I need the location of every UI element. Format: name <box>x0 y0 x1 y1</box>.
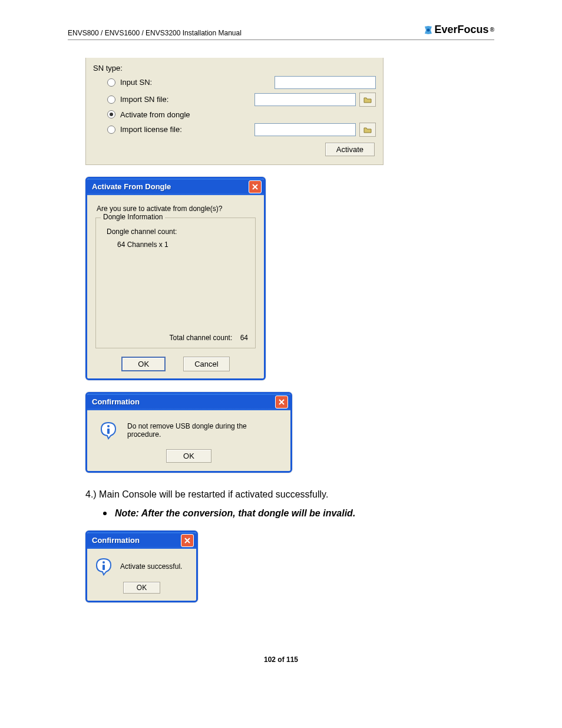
ok-button[interactable]: OK <box>123 582 160 594</box>
svg-rect-4 <box>103 565 105 570</box>
dongle-channel-count-value: 64 Channels x 1 <box>117 241 248 249</box>
confirmation-message: Do not remove USB dongle during the proc… <box>127 422 282 439</box>
browse-sn-file-button[interactable] <box>359 93 376 107</box>
header-doc-title: ENVS800 / ENVS1600 / ENVS3200 Installati… <box>68 29 242 37</box>
import-sn-file-field[interactable] <box>254 93 356 106</box>
radio-activate-from-dongle[interactable] <box>107 110 115 118</box>
activate-from-dongle-dialog: Activate From Dongle Are you sure to act… <box>85 177 266 380</box>
dongle-info-group-title: Dongle Information <box>101 213 165 221</box>
close-button[interactable] <box>181 534 194 547</box>
note-text: Note: After the conversion, that dongle … <box>115 508 355 519</box>
svg-point-3 <box>103 561 105 564</box>
brand-mark: ® <box>490 27 494 33</box>
activate-button[interactable]: Activate <box>325 143 375 156</box>
sn-type-panel: SN type: Input SN: Import SN file: Activ… <box>85 58 384 165</box>
radio-import-license-file-label: Import license file: <box>120 125 182 134</box>
dialog-title: Confirmation <box>92 536 140 545</box>
input-sn-field[interactable] <box>275 76 376 89</box>
radio-import-sn-file[interactable] <box>107 95 115 104</box>
sn-type-label: SN type: <box>93 64 376 73</box>
bullet-icon <box>103 512 107 515</box>
ok-button[interactable]: OK <box>121 357 166 371</box>
total-channel-count-value: 64 <box>240 334 248 342</box>
confirmation-dialog-usb: Confirmation Do not remove USB dongle du… <box>85 392 292 473</box>
ok-button[interactable]: OK <box>166 449 211 463</box>
dialog-title: Activate From Dongle <box>92 182 171 191</box>
info-icon <box>94 557 113 576</box>
radio-input-sn[interactable] <box>107 78 115 87</box>
folder-icon <box>363 96 372 103</box>
browse-license-file-button[interactable] <box>359 123 376 137</box>
close-button[interactable] <box>275 396 288 409</box>
cancel-button[interactable]: Cancel <box>183 357 229 371</box>
svg-rect-2 <box>107 429 110 434</box>
info-icon <box>99 421 118 440</box>
folder-icon <box>363 126 372 133</box>
svg-point-0 <box>427 28 429 31</box>
total-channel-count-label: Total channel count: <box>170 334 233 342</box>
page-number: 102 of 115 <box>68 655 494 664</box>
close-button[interactable] <box>249 180 262 193</box>
step-4-text: 4.) Main Console will be restarted if ac… <box>85 489 494 500</box>
header-brand: EverFocus® <box>423 24 494 36</box>
svg-point-1 <box>107 425 110 427</box>
close-icon <box>184 537 191 544</box>
brand-text: EverFocus <box>435 24 489 36</box>
dialog-title: Confirmation <box>92 397 140 406</box>
everfocus-logo-icon <box>423 25 434 35</box>
close-icon <box>278 398 285 406</box>
confirmation-dialog-success: Confirmation Activate successful. OK <box>85 531 198 602</box>
radio-import-license-file[interactable] <box>107 126 115 134</box>
radio-input-sn-label: Input SN: <box>120 78 152 87</box>
import-license-file-field[interactable] <box>254 123 356 136</box>
radio-activate-from-dongle-label: Activate from dongle <box>120 110 190 119</box>
dongle-channel-count-label: Dongle channel count: <box>107 228 248 236</box>
radio-import-sn-file-label: Import SN file: <box>120 95 168 104</box>
confirmation-message: Activate successful. <box>120 562 182 571</box>
close-icon <box>252 183 259 190</box>
activate-prompt: Are you sure to activate from dongle(s)? <box>97 205 256 213</box>
